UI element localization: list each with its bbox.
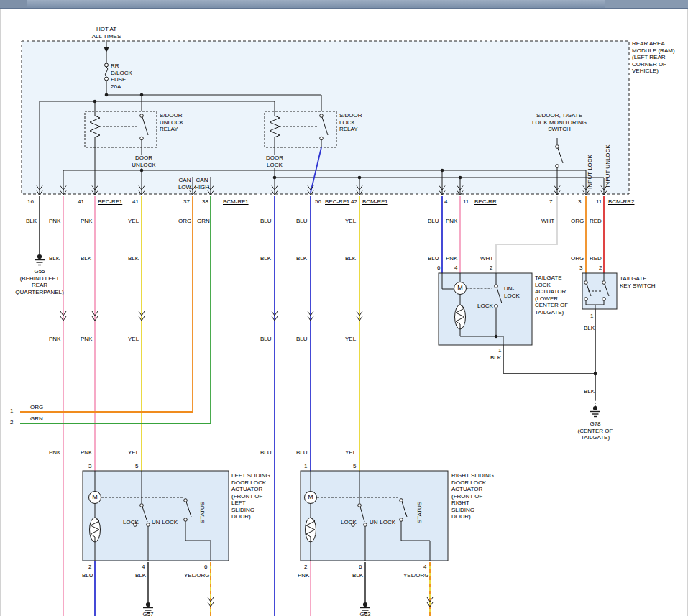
lock-position-label: LOCK xyxy=(341,519,357,526)
unlock-relay-label: S/DOOR UNLOCK RELAY xyxy=(160,112,183,133)
wire-color-label: BLU xyxy=(296,336,308,343)
pin-number-label: 37 xyxy=(183,198,190,206)
ground-label-g57: G57 xyxy=(142,611,153,616)
pin-number-label: 3 xyxy=(579,265,582,272)
wire-color-label: BLK xyxy=(128,255,139,262)
status-label: STATUS xyxy=(199,502,206,523)
wire-color-label: PNK xyxy=(446,218,457,225)
wire-color-label: WHT xyxy=(480,255,493,262)
pin-number-label: 2 xyxy=(599,265,602,272)
can-low-label: CAN LOW xyxy=(178,177,191,190)
door-lock-output-label: DOOR LOCK xyxy=(265,155,284,168)
motor-letter: M xyxy=(457,285,463,292)
wire-color-label: PNK xyxy=(49,218,60,225)
fuse-terminal xyxy=(105,77,109,81)
wire-color-label: BLU xyxy=(260,336,272,343)
pin-number-label: 4 xyxy=(423,564,426,571)
pin-number-label: 11 xyxy=(463,198,469,206)
pin-number-label: 7 xyxy=(549,198,552,206)
monitoring-switch-label: S/DOOR, T/GATE LOCK MONITORING SWITCH xyxy=(532,112,587,133)
wire-color-label: BLU xyxy=(296,218,308,225)
wire-color-label: BLU xyxy=(260,449,272,456)
wire-color-label: BLK xyxy=(584,388,595,395)
left-actuator-title: LEFT SLIDING DOOR LOCK ACTUATOR (FRONT O… xyxy=(231,472,270,520)
wire-color-label: PNK xyxy=(81,449,92,456)
wire-color-label: RED xyxy=(590,218,602,225)
ground-label-g63: G63 xyxy=(359,611,370,616)
circuit-exit-number: 2 xyxy=(10,419,13,426)
wire-color-label: YEL xyxy=(128,336,139,343)
wire-color-label: RED xyxy=(590,255,602,262)
input-lock-label: INPUT LOCK xyxy=(587,155,594,189)
pin-number-label: 4 xyxy=(142,564,145,571)
wire-color-label: BLK xyxy=(296,255,307,262)
wire-color-label: PNK xyxy=(446,255,457,262)
wire-color-label: PNK xyxy=(81,218,92,225)
wire-color-label: YEL xyxy=(345,449,356,456)
pin-number-label: 4 xyxy=(444,198,447,206)
pin-number-label: 2 xyxy=(490,265,492,272)
wiring-diagram-page: HOT AT ALL TIMES REAR AREA MODULE (RAM) … xyxy=(0,0,688,616)
ground-g57 xyxy=(147,603,150,607)
pin-number-label: 11 xyxy=(596,198,602,206)
pin-number-label: 16 xyxy=(27,198,34,206)
wire-color-label: YEL xyxy=(128,218,139,225)
wire-color-label: GRN xyxy=(30,415,43,423)
wire-color-label: PNK xyxy=(49,449,60,456)
pin-number-label: 5 xyxy=(353,463,356,470)
wire-color-label: BLU xyxy=(260,218,272,225)
ground-g63 xyxy=(364,603,367,607)
pin-number-label: 1 xyxy=(304,463,307,470)
wire-color-label: BLU xyxy=(296,449,308,456)
wire-color-label: ORG xyxy=(30,404,43,411)
connector-name-label: BEC-RR xyxy=(474,198,497,206)
lock-position-label: LOCK xyxy=(123,519,139,526)
pin-number-label: 41 xyxy=(78,198,84,206)
connector-name-label: BCM-RF1 xyxy=(362,198,388,206)
wire-color-label: PNK xyxy=(81,336,92,343)
inline-connectors-lower xyxy=(208,597,433,607)
wire-color-label: BLK xyxy=(352,572,363,579)
pin-number-label: 42 xyxy=(351,198,357,206)
wire-color-label: GRN xyxy=(197,218,210,225)
ground-g55 xyxy=(38,255,42,259)
pin-number-label: 6 xyxy=(437,265,440,272)
pin-number-label: 6 xyxy=(204,564,207,571)
status-label: STATUS xyxy=(416,502,423,523)
motor-letter: M xyxy=(308,494,313,501)
wire-color-label: ORG xyxy=(571,255,584,262)
inline-connectors xyxy=(60,311,362,321)
ground-label-g55: G55 (BEHIND LEFT REAR QUARTERPANEL) xyxy=(15,268,63,295)
pin-number-label: 1 xyxy=(590,313,593,320)
unlock-position-label: UN-LOCK xyxy=(152,519,178,526)
pin-number-label: 1 xyxy=(498,347,501,354)
right-actuator-box xyxy=(301,471,448,561)
pin-number-label: 41 xyxy=(132,198,139,206)
connector-name-label: BCM-RR2 xyxy=(608,198,634,206)
connector-name-label: BCM-RF1 xyxy=(223,198,249,206)
wire-color-label: BLU xyxy=(428,255,439,262)
power-source-label: HOT AT ALL TIMES xyxy=(92,26,121,40)
lock-relay-label: S/DOOR LOCK RELAY xyxy=(339,112,362,133)
wire-color-label: BLK xyxy=(135,572,146,579)
pin-number-label: 2 xyxy=(304,564,307,571)
unlock-position-label: UN- LOCK xyxy=(504,285,520,299)
unlock-position-label: UN-LOCK xyxy=(370,519,395,526)
wire-color-label: BLK xyxy=(260,255,271,262)
pin-number-label: 2 xyxy=(88,564,91,571)
door-unlock-output-label: DOOR UNLOCK xyxy=(131,155,156,168)
connector-name-label: BEC-RF1 xyxy=(325,198,349,206)
ground-label-g78: G78 (CENTER OF TAILGATE) xyxy=(578,420,613,441)
wire-color-label: WHT xyxy=(541,218,554,225)
wire-color-label: YEL xyxy=(128,449,139,456)
can-high-label: CAN HIGH xyxy=(195,177,209,190)
wire-color-label: YEL/ORG xyxy=(184,572,210,579)
pin-number-label: 56 xyxy=(315,198,321,206)
fuse-terminal xyxy=(105,63,109,67)
connector-name-label: BEC-RF1 xyxy=(98,198,122,206)
fuse-label: RR D/LOCK FUSE 20A xyxy=(111,63,132,90)
wire-color-label: ORG xyxy=(178,218,191,225)
key-switch-title: TAILGATE KEY SWITCH xyxy=(620,275,656,289)
wire-color-label: BLU xyxy=(428,218,439,225)
wire-color-label: YEL xyxy=(345,218,356,225)
